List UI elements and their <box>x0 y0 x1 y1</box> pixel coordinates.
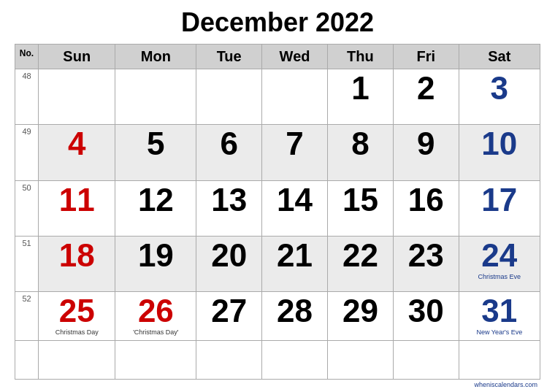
day-number: 8 <box>331 128 390 160</box>
holiday-label: 'Christmas Day' <box>118 328 193 336</box>
day-number: 30 <box>397 295 456 327</box>
day-number: 9 <box>397 128 456 160</box>
day-number: 31 <box>462 295 537 327</box>
day-cell: 28 <box>262 292 328 341</box>
day-number: 16 <box>397 184 456 216</box>
day-number: 15 <box>331 184 390 216</box>
col-header-sat: Sat <box>459 45 540 69</box>
day-cell-empty <box>459 340 540 379</box>
day-cell: 11 <box>39 180 115 236</box>
col-header-sun: Sun <box>39 45 115 69</box>
day-number: 7 <box>265 128 324 160</box>
week-number: 49 <box>15 125 39 180</box>
week-number: 52 <box>15 292 39 341</box>
col-header-wed: Wed <box>262 45 328 69</box>
day-cell: 5 <box>115 125 196 180</box>
holiday-label: Christmas Day <box>42 328 112 336</box>
day-number: 28 <box>265 295 324 327</box>
day-cell: 16 <box>393 180 459 236</box>
day-number: 10 <box>462 128 537 160</box>
day-cell-empty <box>39 340 115 379</box>
day-number: 22 <box>331 239 390 272</box>
day-cell: 7 <box>262 125 328 180</box>
day-number: 11 <box>42 184 112 216</box>
day-number: 21 <box>265 239 324 272</box>
day-cell: 2 <box>393 69 459 125</box>
col-header-thu: Thu <box>327 45 393 69</box>
holiday-label: Christmas Eve <box>462 273 537 280</box>
day-cell <box>39 69 115 125</box>
day-cell: 6 <box>196 125 262 180</box>
day-number: 25 <box>42 295 112 327</box>
col-header-tue: Tue <box>196 45 262 69</box>
week-number: 50 <box>15 180 39 236</box>
day-cell: 26'Christmas Day' <box>115 292 196 341</box>
day-cell: 24Christmas Eve <box>459 236 540 291</box>
day-number: 26 <box>118 295 193 327</box>
day-number: 3 <box>462 72 537 104</box>
day-cell-empty <box>115 340 196 379</box>
day-number: 23 <box>397 239 456 272</box>
day-cell <box>115 69 196 125</box>
col-header-fri: Fri <box>393 45 459 69</box>
day-number: 12 <box>118 184 193 216</box>
day-cell: 3 <box>459 69 540 125</box>
day-cell: 27 <box>196 292 262 341</box>
day-cell <box>262 69 328 125</box>
day-cell: 1 <box>327 69 393 125</box>
day-cell-empty <box>393 340 459 379</box>
col-header-no: No. <box>15 45 39 69</box>
day-cell: 10 <box>459 125 540 180</box>
day-cell: 22 <box>327 236 393 291</box>
day-number: 24 <box>462 239 537 272</box>
day-cell: 13 <box>196 180 262 236</box>
day-number: 17 <box>462 184 537 216</box>
day-cell: 18 <box>39 236 115 291</box>
day-cell: 12 <box>115 180 196 236</box>
day-number: 6 <box>199 128 259 160</box>
day-cell: 23 <box>393 236 459 291</box>
day-cell-empty <box>327 340 393 379</box>
day-number: 4 <box>42 128 112 160</box>
watermark: wheniscalendars.com <box>15 381 540 388</box>
day-cell: 8 <box>327 125 393 180</box>
day-number: 20 <box>199 239 259 272</box>
day-number: 29 <box>331 295 390 327</box>
day-cell: 20 <box>196 236 262 291</box>
day-number: 14 <box>265 184 324 216</box>
day-cell: 25Christmas Day <box>39 292 115 341</box>
day-number: 18 <box>42 239 112 272</box>
day-number: 13 <box>199 184 259 216</box>
day-number: 19 <box>118 239 193 272</box>
holiday-label: New Year's Eve <box>462 328 537 336</box>
day-cell: 9 <box>393 125 459 180</box>
day-cell: 17 <box>459 180 540 236</box>
day-number: 5 <box>118 128 193 160</box>
day-cell: 30 <box>393 292 459 341</box>
day-cell: 19 <box>115 236 196 291</box>
day-cell-empty <box>196 340 262 379</box>
week-number: 51 <box>15 236 39 291</box>
day-cell: 15 <box>327 180 393 236</box>
col-header-mon: Mon <box>115 45 196 69</box>
week-number: 48 <box>15 69 39 125</box>
calendar-title: December 2022 <box>181 7 374 38</box>
day-number: 2 <box>397 72 456 104</box>
calendar-table: No. Sun Mon Tue Wed Thu Fri Sat 48123494… <box>15 44 540 380</box>
day-cell: 4 <box>39 125 115 180</box>
week-number-empty <box>15 340 39 379</box>
day-cell-empty <box>262 340 328 379</box>
day-number: 27 <box>199 295 259 327</box>
day-number: 1 <box>331 72 390 104</box>
day-cell: 31New Year's Eve <box>459 292 540 341</box>
day-cell: 29 <box>327 292 393 341</box>
day-cell <box>196 69 262 125</box>
day-cell: 14 <box>262 180 328 236</box>
day-cell: 21 <box>262 236 328 291</box>
